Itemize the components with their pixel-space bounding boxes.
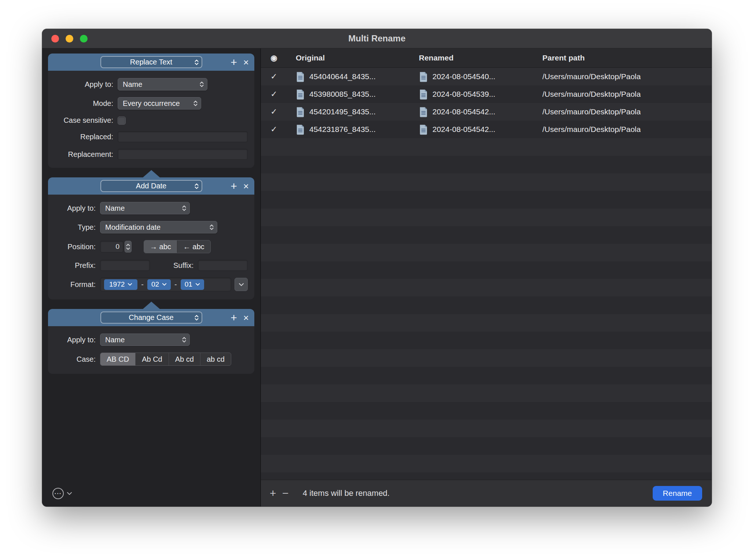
date-type-dropdown[interactable]: Modification date <box>100 221 217 233</box>
stepper-icon <box>194 314 199 321</box>
rules-panel: Replace Text + × Apply to: Name <box>42 48 261 506</box>
stepper-icon <box>182 336 187 343</box>
add-rule-button[interactable]: + <box>231 57 237 68</box>
prefix-label: Prefix: <box>55 261 96 270</box>
more-options-button[interactable]: ··· <box>52 488 72 499</box>
file-icon <box>296 89 305 100</box>
rule-card-header: Change Case + × <box>48 309 254 326</box>
file-list-panel: ◉ Original Renamed Parent path ✓ 4540406… <box>261 48 712 506</box>
format-year-value: 1972 <box>109 280 125 288</box>
position-stepper[interactable] <box>125 241 132 253</box>
original-name: 454040644_8435... <box>309 72 376 81</box>
checkmark-icon[interactable]: ✓ <box>270 72 277 81</box>
case-option-lower[interactable]: ab cd <box>200 353 231 365</box>
original-name: 453980085_8435... <box>309 90 376 99</box>
file-row[interactable]: ✓ 454040644_8435... 2024-08-054540... /U… <box>261 68 712 85</box>
add-rule-button[interactable]: + <box>231 312 237 323</box>
renamed-name: 2024-08-054540... <box>432 72 495 81</box>
column-header-parent-path[interactable]: Parent path <box>533 54 712 62</box>
file-list-footer: + − 4 items will be renamed. Rename <box>261 480 712 506</box>
rule-type-dropdown[interactable]: Change Case <box>100 312 202 324</box>
remove-files-button[interactable]: − <box>282 488 295 499</box>
replacement-input[interactable] <box>118 149 248 160</box>
case-option-title[interactable]: Ab Cd <box>135 353 169 365</box>
apply-to-label: Apply to: <box>55 204 96 213</box>
direction-append-option[interactable]: → abc <box>144 240 177 253</box>
close-window-button[interactable] <box>51 35 59 43</box>
rule-card-actions: + × <box>231 181 249 192</box>
format-year-dropdown[interactable]: 1972 <box>104 279 137 290</box>
remove-rule-button[interactable]: × <box>243 313 249 323</box>
checkmark-icon[interactable]: ✓ <box>270 125 277 134</box>
file-row[interactable]: ✓ 454201495_8435... 2024-08-054542... /U… <box>261 103 712 121</box>
date-direction-segmented-control: → abc ← abc <box>144 240 211 253</box>
chevron-down-icon <box>126 247 130 250</box>
checkmark-icon[interactable]: ✓ <box>270 89 277 99</box>
rule-card-add-date: Add Date + × Apply to: Name <box>48 177 254 299</box>
parent-path: /Users/mauro/Desktop/Paola <box>542 107 641 116</box>
format-day-dropdown[interactable]: 01 <box>181 279 204 290</box>
case-option-sentence[interactable]: Ab cd <box>169 353 200 365</box>
file-rows-area: ✓ 454040644_8435... 2024-08-054540... /U… <box>261 68 712 480</box>
apply-to-value: Name <box>105 204 125 213</box>
add-files-button[interactable]: + <box>270 488 282 499</box>
titlebar: Multi Rename <box>42 29 712 48</box>
apply-to-label: Apply to: <box>55 80 113 89</box>
parent-path: /Users/mauro/Desktop/Paola <box>542 125 641 134</box>
apply-to-dropdown[interactable]: Name <box>100 334 190 346</box>
prefix-input[interactable] <box>100 260 150 271</box>
format-label: Format: <box>55 280 96 289</box>
remove-rule-button[interactable]: × <box>243 181 249 191</box>
apply-to-value: Name <box>123 80 142 89</box>
format-month-dropdown[interactable]: 02 <box>147 279 171 290</box>
checkmark-icon[interactable]: ✓ <box>270 107 277 117</box>
window-content: Replace Text + × Apply to: Name <box>42 48 712 506</box>
zoom-window-button[interactable] <box>80 35 88 43</box>
stepper-icon <box>199 81 204 88</box>
minimize-window-button[interactable] <box>66 35 73 43</box>
date-type-value: Modification date <box>105 223 161 232</box>
file-row[interactable]: ✓ 454231876_8435... 2024-08-054542... /U… <box>261 121 712 138</box>
chevron-down-icon <box>239 283 244 286</box>
add-rule-button[interactable]: + <box>231 181 237 192</box>
rule-card-actions: + × <box>231 312 249 323</box>
rule-card-body: Apply to: Name Mode: Every occurrence <box>48 71 254 168</box>
stepper-icon <box>194 183 199 190</box>
multi-rename-window: Multi Rename Replace Text + × <box>42 29 712 506</box>
column-header-renamed[interactable]: Renamed <box>410 54 533 62</box>
suffix-input[interactable] <box>198 260 248 271</box>
case-sensitive-checkbox[interactable] <box>118 117 126 125</box>
rule-type-dropdown[interactable]: Replace Text <box>100 56 202 68</box>
renamed-name: 2024-08-054542... <box>432 107 495 116</box>
type-label: Type: <box>55 223 96 232</box>
select-all-header[interactable]: ◉ <box>261 54 287 62</box>
replaced-input[interactable] <box>118 131 248 142</box>
case-label: Case: <box>55 355 96 364</box>
rename-button[interactable]: Rename <box>653 486 702 501</box>
mode-dropdown[interactable]: Every occurrence <box>118 97 201 110</box>
file-row[interactable]: ✓ 453980085_8435... 2024-08-054539... /U… <box>261 85 712 103</box>
rule-card-change-case: Change Case + × Apply to: Name <box>48 309 254 374</box>
apply-to-dropdown[interactable]: Name <box>118 78 207 91</box>
rule-card-header: Replace Text + × <box>48 54 254 71</box>
window-title: Multi Rename <box>42 33 712 44</box>
column-header-original[interactable]: Original <box>287 54 410 62</box>
file-icon <box>419 106 428 117</box>
format-preset-dropdown[interactable] <box>235 278 248 291</box>
rule-type-value: Change Case <box>129 313 173 322</box>
case-segmented-control: AB CD Ab Cd Ab cd ab cd <box>100 353 231 366</box>
direction-prepend-option[interactable]: ← abc <box>177 240 210 253</box>
remove-rule-button[interactable]: × <box>243 58 249 67</box>
suffix-label: Suffix: <box>173 261 193 270</box>
case-sensitive-label: Case sensitive: <box>55 116 113 125</box>
file-icon <box>296 71 305 82</box>
apply-to-dropdown[interactable]: Name <box>100 202 190 214</box>
mode-value: Every occurrence <box>123 99 180 108</box>
rule-card-body: Apply to: Name Case: AB CD Ab Cd Ab cd a… <box>48 326 254 374</box>
position-input[interactable] <box>100 241 124 253</box>
case-option-upper[interactable]: AB CD <box>100 353 135 365</box>
select-all-icon: ◉ <box>270 54 277 62</box>
file-icon <box>419 89 428 100</box>
rule-type-dropdown[interactable]: Add Date <box>100 180 202 192</box>
format-day-value: 01 <box>185 280 192 288</box>
